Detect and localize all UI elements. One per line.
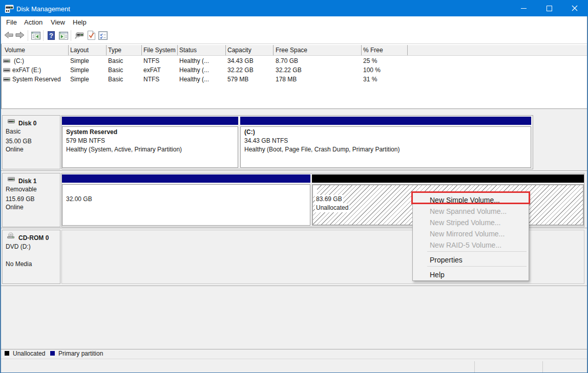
svg-text:?: ? [49,32,53,39]
